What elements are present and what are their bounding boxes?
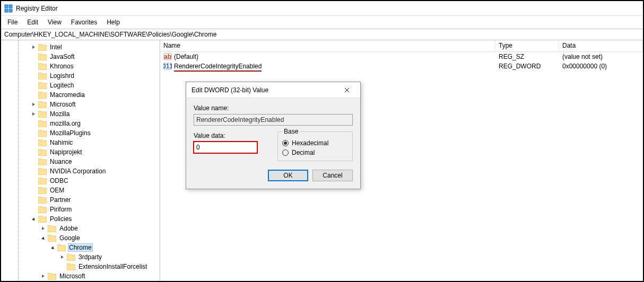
- folder-icon: [38, 73, 47, 80]
- tree-label: Macromedia: [49, 91, 86, 99]
- tree-item[interactable]: Piriform: [1, 205, 160, 214]
- tree-item[interactable]: OEM: [1, 186, 160, 195]
- tree-item[interactable]: JavaSoft: [1, 52, 160, 61]
- svg-rect-2: [5, 9, 8, 12]
- tree-expander-icon[interactable]: [30, 101, 37, 108]
- tree-label: Napiprojekt: [49, 148, 83, 156]
- tree-label: Microsoft: [49, 101, 77, 108]
- folder-icon: [38, 82, 47, 89]
- tree-item[interactable]: Chrome: [1, 243, 160, 252]
- tree-expander-icon[interactable]: [30, 110, 37, 118]
- tree-item[interactable]: Microsoft: [1, 100, 160, 109]
- folder-icon: [38, 139, 47, 146]
- radio-dec-row[interactable]: Decimal: [282, 149, 348, 156]
- tree-expander-icon[interactable]: [49, 244, 56, 251]
- radio-hex-row[interactable]: Hexadecimal: [282, 139, 348, 147]
- address-bar[interactable]: Computer\HKEY_LOCAL_MACHINE\SOFTWARE\Pol…: [1, 29, 643, 40]
- tree-label: Logishrd: [49, 72, 75, 80]
- list-item[interactable]: 011RendererCodeIntegrityEnabledREG_DWORD…: [160, 61, 643, 71]
- tree-label: Nuance: [49, 158, 73, 165]
- tree-item[interactable]: Logishrd: [1, 71, 160, 81]
- radio-hex-label: Hexadecimal: [292, 139, 328, 147]
- list-item[interactable]: ab(Default)REG_SZ(value not set): [160, 52, 643, 61]
- value-data: (value not set): [559, 53, 643, 60]
- folder-icon: [48, 225, 56, 232]
- folder-icon: [38, 101, 47, 108]
- menu-favorites[interactable]: Favorites: [67, 17, 101, 27]
- tree-label: Khronos: [49, 63, 75, 70]
- tree-label: Chrome: [68, 243, 93, 252]
- tree-expander-icon[interactable]: [58, 253, 66, 261]
- col-data[interactable]: Data: [559, 40, 643, 51]
- tree-expander-icon[interactable]: [39, 225, 47, 232]
- tree-item[interactable]: Khronos: [1, 61, 160, 71]
- folder-icon: [38, 44, 47, 51]
- base-legend: Base: [282, 128, 300, 135]
- tree-item[interactable]: Nuance: [1, 157, 160, 166]
- radio-hex[interactable]: [282, 140, 289, 146]
- tree-item[interactable]: ODBC: [1, 176, 160, 186]
- tree-item[interactable]: Nahimic: [1, 138, 160, 147]
- value-data-label: Value data:: [194, 132, 268, 139]
- folder-icon: [38, 92, 47, 99]
- cancel-button[interactable]: Cancel: [312, 170, 353, 181]
- tree-expander-icon[interactable]: [39, 272, 47, 280]
- tree-item[interactable]: Mozilla: [1, 109, 160, 119]
- menu-file[interactable]: File: [3, 17, 22, 27]
- registry-editor-window: Registry Editor File Edit View Favorites…: [0, 0, 644, 282]
- tree-item[interactable]: Napiprojekt: [1, 147, 160, 157]
- value-type: REG_SZ: [495, 53, 559, 60]
- ok-button[interactable]: OK: [268, 170, 308, 181]
- menubar: File Edit View Favorites Help: [1, 16, 643, 29]
- svg-rect-0: [5, 5, 8, 8]
- tree-expander-icon[interactable]: [39, 234, 47, 242]
- tree-item[interactable]: Macromedia: [1, 90, 160, 100]
- tree-expander-icon[interactable]: [30, 215, 37, 223]
- tree-label: mozilla.org: [49, 120, 82, 127]
- tree-label: Partner: [49, 196, 72, 204]
- tree-item[interactable]: NVIDIA Corporation: [1, 166, 160, 176]
- tree-item[interactable]: ExtensionInstallForcelist: [1, 262, 160, 271]
- tree-item[interactable]: MozillaPlugins: [1, 128, 160, 138]
- folder-icon: [67, 263, 75, 270]
- tree-label: OEM: [49, 187, 65, 194]
- value-data: 0x00000000 (0): [559, 63, 643, 70]
- tree-item[interactable]: 3rdparty: [1, 252, 160, 262]
- address-text: Computer\HKEY_LOCAL_MACHINE\SOFTWARE\Pol…: [4, 31, 216, 38]
- value-type: REG_DWORD: [495, 63, 559, 70]
- tree-item[interactable]: Partner: [1, 195, 160, 205]
- menu-edit[interactable]: Edit: [23, 17, 42, 27]
- folder-icon: [38, 120, 47, 127]
- value-name-label: Value name:: [194, 104, 353, 112]
- col-name[interactable]: Name: [160, 40, 495, 51]
- value-data-field[interactable]: [194, 142, 257, 153]
- value-name-field[interactable]: [194, 114, 353, 126]
- tree-label: Microsoft: [58, 272, 86, 280]
- tree-pane[interactable]: IntelJavaSoftKhronosLogishrdLogitechMacr…: [1, 40, 160, 281]
- folder-icon: [38, 216, 47, 223]
- tree-item[interactable]: Microsoft: [1, 271, 160, 281]
- dialog-title: Edit DWORD (32-bit) Value: [192, 86, 339, 94]
- tree-item[interactable]: Adobe: [1, 224, 160, 233]
- tree-item[interactable]: Logitech: [1, 81, 160, 90]
- radio-dec[interactable]: [282, 149, 289, 156]
- tree-item[interactable]: Policies: [1, 214, 160, 224]
- col-type[interactable]: Type: [495, 40, 559, 51]
- folder-icon: [38, 178, 47, 184]
- tree-item[interactable]: Intel: [1, 42, 160, 52]
- value-name: (Default): [174, 53, 198, 60]
- svg-text:011: 011: [163, 63, 172, 70]
- window-title: Registry Editor: [16, 5, 58, 12]
- edit-dword-dialog: Edit DWORD (32-bit) Value Value name: Va…: [186, 82, 361, 189]
- close-icon[interactable]: [339, 82, 355, 98]
- menu-help[interactable]: Help: [102, 17, 124, 27]
- folder-icon: [38, 206, 47, 213]
- dialog-titlebar[interactable]: Edit DWORD (32-bit) Value: [186, 82, 360, 98]
- tree-label: NVIDIA Corporation: [49, 168, 107, 175]
- tree-item[interactable]: mozilla.org: [1, 119, 160, 128]
- menu-view[interactable]: View: [43, 17, 66, 27]
- svg-text:ab: ab: [164, 53, 171, 60]
- tree-expander-icon[interactable]: [30, 43, 37, 51]
- tree-item[interactable]: Google: [1, 233, 160, 243]
- tree-label: Intel: [49, 43, 63, 51]
